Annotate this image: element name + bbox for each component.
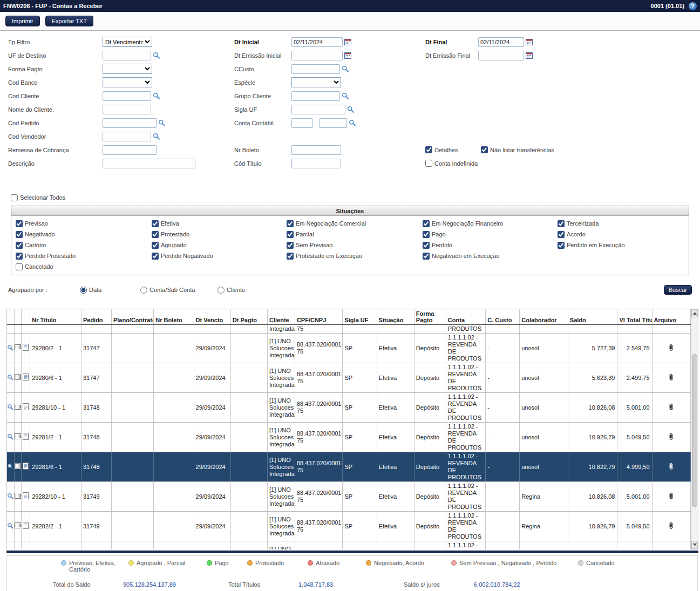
grupo-cliente-input[interactable]: [291, 91, 340, 101]
vertical-scrollbar[interactable]: [691, 309, 698, 549]
row-barcode-icon[interactable]: [15, 344, 22, 350]
table-row[interactable]: 29282/6 - 13174929/09/2024[1] UNO Soluco…: [7, 541, 691, 550]
cod-vendedor-input[interactable]: [103, 132, 151, 141]
cod-pedido-input[interactable]: [103, 118, 157, 128]
protestado-em-execucao-checkbox[interactable]: [287, 253, 294, 260]
buscar-button[interactable]: Buscar: [664, 285, 692, 295]
table-row[interactable]: 29282/2 - 13174929/09/2024[1] UNO Soluco…: [7, 512, 691, 541]
nome-do-cliente-input[interactable]: [103, 105, 151, 114]
attachment-icon[interactable]: [669, 403, 674, 411]
table-row[interactable]: 29281/6 - 13174829/09/2024[1] UNO Soluco…: [7, 452, 691, 482]
row-document-icon[interactable]: [23, 463, 29, 470]
especie-select[interactable]: [291, 77, 341, 87]
negativado-checkbox[interactable]: [16, 231, 23, 238]
row-barcode-icon[interactable]: [15, 522, 22, 528]
row-magnifier-icon[interactable]: [7, 433, 13, 440]
cliente-radio[interactable]: [218, 287, 225, 294]
row-barcode-icon[interactable]: [15, 493, 22, 499]
row-barcode-icon[interactable]: [15, 433, 22, 439]
row-document-icon[interactable]: [23, 373, 29, 381]
cod-pedido-lookup-icon[interactable]: [158, 119, 165, 126]
perdido-protestado-checkbox[interactable]: [16, 253, 23, 260]
cod-cliente-input[interactable]: [103, 91, 151, 101]
scrollbar-track[interactable]: [691, 317, 698, 541]
row-document-icon[interactable]: [23, 433, 29, 440]
row-barcode-icon[interactable]: [15, 404, 22, 410]
uf-de-destino-input[interactable]: [103, 51, 151, 60]
attachment-icon[interactable]: [669, 492, 674, 500]
row-magnifier-icon[interactable]: [7, 404, 13, 410]
table-row[interactable]: 29281/2 - 13174829/09/2024[1] UNO Soluco…: [7, 423, 691, 452]
pago-checkbox[interactable]: [423, 231, 430, 238]
efetiva-checkbox[interactable]: [152, 220, 159, 227]
perdido-checkbox[interactable]: [423, 242, 430, 249]
agrupado-checkbox[interactable]: [152, 242, 159, 249]
help-icon[interactable]: ?: [689, 2, 697, 10]
descricao-input[interactable]: [103, 159, 195, 168]
grupo-cliente-lookup-icon[interactable]: [342, 92, 349, 99]
row-document-icon[interactable]: [23, 492, 29, 499]
em-negociacao-financeiro-checkbox[interactable]: [423, 220, 430, 227]
uf-de-destino-lookup-icon[interactable]: [153, 52, 160, 59]
row-magnifier-icon[interactable]: [7, 374, 13, 381]
ccusto-input[interactable]: [291, 64, 340, 74]
row-magnifier-icon[interactable]: [7, 344, 13, 351]
nr-boleto-input[interactable]: [291, 145, 341, 155]
sigla-uf-input[interactable]: [291, 105, 345, 114]
exportar-txt-button[interactable]: Exportar TXT: [45, 16, 93, 26]
table-row[interactable]: 29281/10 - 13174829/09/2024[1] UNO Soluc…: [7, 393, 691, 423]
attachment-icon[interactable]: [669, 521, 674, 529]
dt-inicial-calendar-icon[interactable]: [344, 38, 351, 45]
ccusto-lookup-icon[interactable]: [342, 65, 349, 72]
forma-pagto-select[interactable]: [103, 64, 152, 74]
sem-previsao-checkbox[interactable]: [287, 242, 294, 249]
row-barcode-icon[interactable]: [15, 374, 22, 380]
conta-contabil-lookup-icon[interactable]: [349, 119, 356, 126]
scroll-up-button[interactable]: [691, 309, 698, 317]
attachment-icon[interactable]: [669, 462, 674, 470]
cod-titulo-input[interactable]: [291, 159, 341, 168]
attachment-icon[interactable]: [669, 373, 674, 381]
sigla-uf-lookup-icon[interactable]: [347, 106, 354, 113]
cod-banco-select[interactable]: [103, 77, 152, 87]
conta-indefinida-checkbox[interactable]: [425, 160, 432, 167]
dt-emissao-final-calendar-icon[interactable]: [526, 52, 533, 59]
remessa-de-cobranca-input[interactable]: [103, 145, 157, 155]
table-row[interactable]: 29280/2 - 13174729/09/2024[1] UNO Soluco…: [7, 334, 691, 363]
nao-listar-transferencias-checkbox[interactable]: [481, 146, 488, 153]
previsao-checkbox[interactable]: [16, 220, 23, 227]
conta-contabil-input-2[interactable]: [319, 118, 347, 128]
conta-contabil-input-1[interactable]: [291, 118, 313, 128]
row-barcode-icon[interactable]: [15, 463, 22, 469]
dt-final-input[interactable]: [478, 37, 524, 47]
protestado-checkbox[interactable]: [152, 231, 159, 238]
row-document-icon[interactable]: [23, 522, 29, 529]
parcial-checkbox[interactable]: [287, 231, 294, 238]
attachment-icon[interactable]: [669, 432, 674, 440]
dt-emissao-inicial-input[interactable]: [291, 51, 343, 60]
table-row[interactable]: 29282/10 - 13174929/09/2024[1] UNO Soluc…: [7, 482, 691, 512]
acordo-checkbox[interactable]: [558, 231, 565, 238]
tp-filtro-select[interactable]: Dt Vencimento: [103, 37, 152, 47]
scroll-down-button[interactable]: [691, 541, 698, 549]
cod-cliente-lookup-icon[interactable]: [153, 92, 160, 99]
em-negociacao-comercial-checkbox[interactable]: [287, 220, 294, 227]
dt-emissao-inicial-calendar-icon[interactable]: [344, 52, 351, 59]
row-magnifier-icon[interactable]: [7, 463, 13, 470]
dt-inicial-input[interactable]: [291, 37, 343, 47]
data-radio[interactable]: [80, 287, 87, 294]
negativado-em-execucao-checkbox[interactable]: [423, 253, 430, 260]
dt-emissao-final-input[interactable]: [478, 51, 524, 60]
perdido-negativado-checkbox[interactable]: [152, 253, 159, 260]
row-magnifier-icon[interactable]: [7, 493, 13, 499]
selecionar-todos-checkbox[interactable]: [11, 194, 18, 201]
cartorio-checkbox[interactable]: [16, 242, 23, 249]
row-magnifier-icon[interactable]: [7, 522, 13, 529]
row-document-icon[interactable]: [23, 344, 29, 351]
perdido-em-execucao-checkbox[interactable]: [558, 242, 565, 249]
row-document-icon[interactable]: [23, 403, 29, 410]
conta-sub-conta-radio[interactable]: [140, 287, 147, 294]
attachment-icon[interactable]: [669, 343, 674, 351]
table-row[interactable]: 29280/6 - 13174729/09/2024[1] UNO Soluco…: [7, 363, 691, 393]
cod-vendedor-lookup-icon[interactable]: [153, 133, 160, 140]
